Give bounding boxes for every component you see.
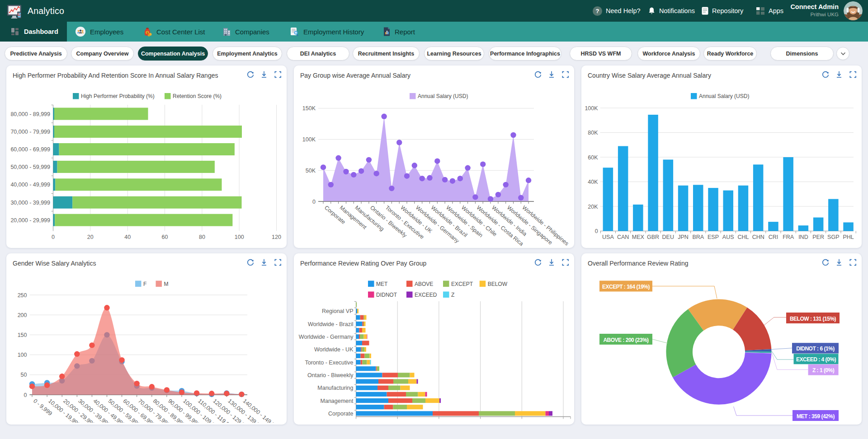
svg-text:MEX: MEX [632, 234, 645, 240]
svg-text:Management: Management [321, 398, 354, 404]
svg-text:100K: 100K [302, 136, 316, 143]
svg-text:Performance Review Rating Over: Performance Review Rating Over Pay Group [300, 260, 427, 267]
svg-text:40K: 40K [588, 179, 598, 185]
svg-text:Retention Score (%): Retention Score (%) [173, 93, 222, 99]
svg-text:150K: 150K [302, 105, 316, 112]
svg-text:Worldwide - UK: Worldwide - UK [314, 346, 354, 353]
svg-text:ESP: ESP [708, 234, 719, 240]
svg-text:DIDNOT : 6 (1%): DIDNOT : 6 (1%) [796, 346, 835, 352]
svg-text:120: 120 [272, 234, 281, 240]
svg-text:M: M [164, 281, 169, 287]
svg-text:PHL: PHL [843, 234, 854, 240]
svg-text:DEU: DEU [662, 234, 674, 240]
svg-text:150: 150 [18, 332, 27, 338]
svg-text:80: 80 [199, 234, 205, 240]
svg-text:Z : 1 (0%): Z : 1 (0%) [812, 367, 835, 374]
svg-text:BELOW : 131 (15%): BELOW : 131 (15%) [790, 316, 836, 322]
svg-text:Z: Z [451, 292, 454, 298]
svg-text:30,000 - 39,999: 30,000 - 39,999 [10, 200, 50, 206]
svg-text:ABOVE : 200 (23%): ABOVE : 200 (23%) [603, 337, 649, 343]
svg-text:50,000 - 59,999: 50,000 - 59,999 [10, 164, 50, 170]
svg-text:EXCEPT : 164 (19%): EXCEPT : 164 (19%) [602, 284, 650, 290]
svg-text:60K: 60K [588, 154, 598, 161]
svg-text:100: 100 [235, 234, 244, 240]
svg-text:Overall Performance Review Rat: Overall Performance Review Rating [588, 260, 689, 267]
svg-text:50: 50 [21, 372, 27, 378]
svg-text:20,000 - 29,999: 20,000 - 29,999 [10, 217, 50, 224]
svg-text:0: 0 [52, 234, 55, 240]
svg-text:JPN: JPN [678, 234, 689, 240]
svg-text:DIDNOT: DIDNOT [376, 292, 397, 298]
svg-text:250: 250 [18, 292, 27, 299]
svg-text:CAN: CAN [617, 234, 629, 240]
svg-text:BRA: BRA [692, 234, 704, 240]
svg-text:Regional VP: Regional VP [322, 308, 354, 314]
svg-text:80,000 - 89,999: 80,000 - 89,999 [10, 111, 50, 117]
svg-text:100K: 100K [585, 105, 598, 112]
svg-text:Annual Salary (USD): Annual Salary (USD) [418, 93, 468, 99]
svg-text:Worldwide - Germany: Worldwide - Germany [299, 334, 354, 340]
svg-text:200: 200 [18, 312, 27, 318]
svg-text:EXCEED: EXCEED [415, 292, 437, 298]
svg-text:60: 60 [162, 234, 168, 240]
svg-text:PER: PER [812, 234, 824, 240]
svg-text:FRA: FRA [783, 234, 794, 240]
svg-text:BELOW: BELOW [488, 281, 508, 287]
svg-text:CRI: CRI [769, 234, 778, 240]
svg-text:GBR: GBR [647, 234, 659, 240]
svg-text:60,000 - 69,999: 60,000 - 69,999 [10, 146, 50, 153]
svg-text:MET: MET [376, 281, 388, 287]
svg-text:40,000 - 49,999: 40,000 - 49,999 [10, 182, 50, 188]
svg-text:AUS: AUS [722, 234, 734, 240]
svg-text:20: 20 [87, 234, 94, 240]
svg-text:0: 0 [595, 228, 598, 234]
svg-text:High Performer Probability (%): High Performer Probability (%) [81, 93, 155, 99]
svg-text:EXCEED : 4 (0%): EXCEED : 4 (0%) [796, 356, 836, 363]
svg-text:MET : 359 (42%): MET : 359 (42%) [797, 413, 835, 420]
svg-text:IND: IND [798, 234, 808, 240]
svg-text:40: 40 [124, 234, 131, 240]
svg-text:Manufacturing: Manufacturing [317, 385, 353, 391]
svg-text:Country Wise Salary Average An: Country Wise Salary Average Annual Salar… [588, 72, 711, 79]
svg-text:Gender Wise Salary Analytics: Gender Wise Salary Analytics [13, 260, 96, 267]
svg-text:USA: USA [602, 234, 614, 240]
svg-text:Toronto - Executive: Toronto - Executive [305, 360, 354, 366]
svg-text:CHN: CHN [752, 234, 764, 240]
svg-text:Worldwide - Brazil: Worldwide - Brazil [308, 321, 354, 327]
svg-text:EXCEPT: EXCEPT [451, 281, 473, 287]
svg-text:0: 0 [24, 392, 27, 398]
svg-text:80K: 80K [588, 130, 598, 136]
svg-text:50K: 50K [306, 168, 316, 174]
svg-text:F: F [143, 281, 146, 287]
svg-text:ABOVE: ABOVE [415, 281, 433, 287]
svg-text:0: 0 [312, 199, 316, 205]
svg-text:High Performer Probability And: High Performer Probability And Retention… [13, 72, 218, 79]
svg-text:Ontario - Biweekly: Ontario - Biweekly [307, 372, 354, 378]
svg-text:CHL: CHL [737, 234, 749, 240]
svg-text:100: 100 [18, 352, 27, 358]
svg-text:Annual Salary (USD): Annual Salary (USD) [699, 93, 749, 99]
svg-text:Pay Group wise Average Annual: Pay Group wise Average Annual Salary [300, 72, 410, 79]
svg-text:Corporate: Corporate [328, 411, 354, 417]
svg-text:SGP: SGP [827, 234, 839, 240]
svg-text:70,000 - 79,999: 70,000 - 79,999 [10, 129, 50, 135]
svg-text:20K: 20K [588, 204, 598, 210]
